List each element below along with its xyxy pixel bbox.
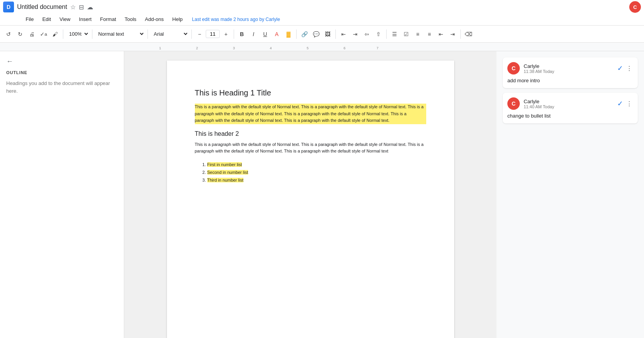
numbered-list[interactable]: First in number list Second in number li… [207,161,426,184]
print-button[interactable]: 🖨 [26,29,37,40]
toolbar-divider-2 [92,29,92,39]
cloud-icon[interactable]: ☁ [87,3,93,11]
insert-comment-button[interactable]: 💬 [311,29,321,40]
toolbar-divider-8 [386,29,387,39]
comments-panel: C Carlyle 11:38 AM Today ✓ ⋮ add more in… [496,51,644,338]
star-icon[interactable]: ☆ [70,3,76,11]
italic-button[interactable]: I [248,29,259,40]
ruler-mark: 5 [307,46,309,50]
comment-user-info-1: Carlyle 11:38 AM Today [524,63,554,74]
comment-header-2: C Carlyle 11:40 AM Today ✓ ⋮ [507,97,633,110]
checklist-button[interactable]: ☑ [401,29,411,40]
comment-resolve-button-2[interactable]: ✓ [616,99,624,109]
menu-file[interactable]: File [22,15,38,24]
ruler-mark: 2 [196,46,198,50]
menu-view[interactable]: View [56,15,74,24]
heading-1[interactable]: This is Heading 1 Title [195,88,426,97]
ruler-mark: 3 [233,46,235,50]
spellcheck-button[interactable]: ✓a [38,29,49,40]
comment-avatar-1: C [507,62,520,75]
comment-user-name-1: Carlyle [524,63,554,69]
comment-header-1: C Carlyle 11:38 AM Today ✓ ⋮ [507,62,633,75]
zoom-select[interactable]: 100% 75% 150% [66,29,90,38]
align-justify-button[interactable]: ⇧ [373,29,384,40]
list-item-1[interactable]: First in number list [207,161,426,169]
user-avatar[interactable]: C [629,1,641,13]
menu-help[interactable]: Help [168,15,187,24]
line-spacing-button[interactable]: ☰ [389,29,400,40]
insert-image-button[interactable]: 🖼 [322,29,333,40]
title-bar-right: C [629,1,641,13]
outline-placeholder: Headings you add to the document will ap… [6,80,118,95]
font-size-input[interactable] [206,30,220,38]
highlight-color-button[interactable]: ▓ [283,29,294,40]
title-bar: D Untitled document ☆ ⊟ ☁ C [0,0,644,14]
ruler-content: 1 2 3 4 5 6 7 [124,43,644,51]
paragraph-2[interactable]: This is a paragraph with the default sty… [195,141,426,155]
menu-edit[interactable]: Edit [38,15,55,24]
redo-button[interactable]: ↻ [15,29,26,40]
ruler: 1 2 3 4 5 6 7 [0,43,644,51]
align-left-button[interactable]: ⇤ [338,29,349,40]
comment-actions-1: ✓ ⋮ [616,63,633,73]
menu-addons[interactable]: Add-ons [141,15,167,24]
comment-resolve-button-1[interactable]: ✓ [616,63,624,73]
font-select[interactable]: Arial Times New Roman Courier New [150,29,189,38]
document-title[interactable]: Untitled document [17,3,67,10]
heading-2[interactable]: This is header 2 [195,130,426,137]
list-item-2[interactable]: Second in number list [207,169,426,177]
comment-more-button-2[interactable]: ⋮ [625,99,633,108]
text-style-select[interactable]: Normal text Heading 1 Heading 2 Heading … [95,29,145,38]
sidebar-back-button[interactable]: ← [6,57,118,66]
bullet-list-button[interactable]: ≡ [412,29,423,40]
indent-more-button[interactable]: ⇥ [447,29,458,40]
toolbar-divider-3 [148,29,148,39]
menu-insert[interactable]: Insert [75,15,95,24]
document-page[interactable]: This is Heading 1 Title This is a paragr… [167,61,454,338]
list-item-3[interactable]: Third in number list [207,177,426,184]
main-area: ← OUTLINE Headings you add to the docume… [0,51,644,338]
sidebar: ← OUTLINE Headings you add to the docume… [0,51,124,338]
undo-button[interactable]: ↺ [3,29,14,40]
ruler-mark: 7 [377,46,378,50]
underline-button[interactable]: U [260,29,271,40]
insert-link-button[interactable]: 🔗 [299,29,310,40]
document-area[interactable]: This is Heading 1 Title This is a paragr… [124,51,496,338]
history-icon[interactable]: ⊟ [79,3,84,11]
comment-text-2: change to bullet list [507,113,633,119]
app-logo: D [3,2,14,12]
clear-format-button[interactable]: ⌫ [463,29,474,40]
increase-font-button[interactable]: + [220,29,231,40]
last-edit-text: Last edit was made 2 hours ago by Carlyl… [192,17,280,22]
numbered-list-button[interactable]: ≡ [424,29,435,40]
app-logo-letter: D [7,4,10,10]
comment-time-2: 11:40 AM Today [524,104,554,109]
toolbar-divider-9 [460,29,461,39]
paint-format-button[interactable]: 🖌 [50,29,61,40]
comment-actions-2: ✓ ⋮ [616,99,633,109]
menu-bar: File Edit View Insert Format Tools Add-o… [0,14,644,26]
ruler-mark: 4 [270,46,272,50]
toolbar-divider-1 [63,29,63,39]
comment-user-name-2: Carlyle [524,99,554,104]
bold-button[interactable]: B [236,29,247,40]
decrease-font-button[interactable]: − [194,29,205,40]
menu-tools[interactable]: Tools [121,15,140,24]
comment-avatar-2: C [507,97,520,110]
toolbar: ↺ ↻ 🖨 ✓a 🖌 100% 75% 150% Normal text Hea… [0,26,644,43]
toolbar-divider-7 [335,29,336,39]
comment-card-1: C Carlyle 11:38 AM Today ✓ ⋮ add more in… [503,57,638,88]
text-color-button[interactable]: A [271,29,282,40]
outline-title: OUTLINE [6,70,118,75]
comment-more-button-1[interactable]: ⋮ [625,64,633,73]
align-center-button[interactable]: ⇥ [350,29,361,40]
indent-less-button[interactable]: ⇤ [436,29,446,40]
menu-format[interactable]: Format [96,15,120,24]
align-right-button[interactable]: ⇦ [361,29,372,40]
comment-time-1: 11:38 AM Today [524,69,554,74]
comment-text-1: add more intro [507,78,633,83]
comment-card-2: C Carlyle 11:40 AM Today ✓ ⋮ change to b… [503,93,638,123]
paragraph-1[interactable]: This is a paragraph with the default sty… [195,104,426,124]
ruler-mark: 6 [344,46,345,50]
toolbar-divider-4 [191,29,192,39]
